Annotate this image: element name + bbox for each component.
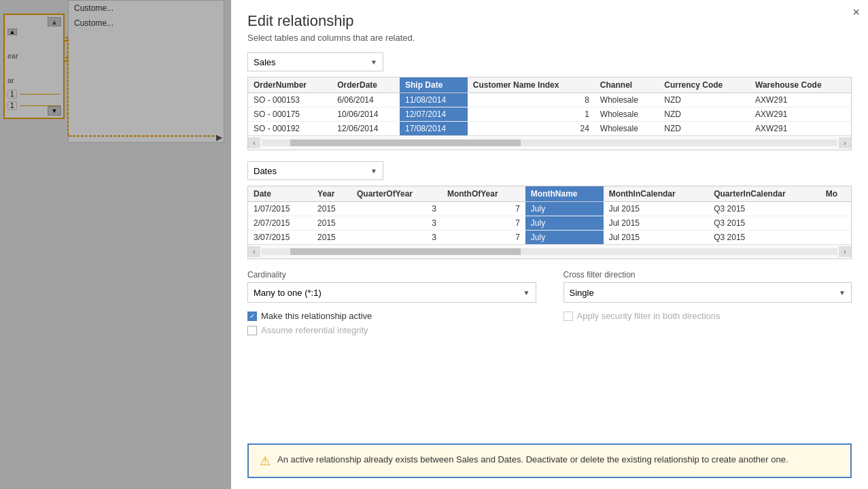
table2: Date Year QuarterOfYear MonthOfYear Mont…: [248, 186, 851, 244]
cell-ordernumber: SO - 000192: [248, 122, 332, 136]
cell-shipdate: 12/07/2014: [400, 107, 468, 122]
cell-ordernumber: SO - 000153: [248, 93, 332, 107]
cell-quarterincalendar: Q3 2015: [708, 216, 820, 231]
security-checkbox: [563, 311, 573, 321]
cell-channel: Wholesale: [595, 107, 659, 122]
col-date: Date: [248, 186, 312, 202]
table1-dropdown-value: Sales: [254, 57, 276, 67]
cell-monthname: July: [525, 202, 604, 216]
table2-dropdown-value: Dates: [254, 166, 277, 176]
crossfilter-dropdown[interactable]: Single ▼: [563, 282, 852, 303]
cell-channel: Wholesale: [595, 122, 659, 136]
cell-year: 2015: [312, 202, 351, 216]
col-monthofyear: MonthOfYear: [442, 186, 525, 202]
table-row: 2/07/2015 2015 3 7 July Jul 2015 Q3 2015: [248, 216, 851, 231]
cardinality-dropdown[interactable]: Many to one (*:1) ▼: [247, 282, 536, 303]
active-checkbox-item[interactable]: ✓ Make this relationship active: [247, 311, 536, 321]
cardinality-arrow: ▼: [523, 289, 530, 297]
cell-ordernumber: SO - 000175: [248, 107, 332, 122]
cell-shipdate: 17/08/2014: [400, 122, 468, 136]
warning-text: An active relationship already exists be…: [277, 453, 788, 467]
referential-checkbox-label: Assume referential integrity: [261, 325, 368, 335]
col-year: Year: [312, 186, 351, 202]
cell-date: 2/07/2015: [248, 216, 312, 231]
col-monthname[interactable]: MonthName: [525, 186, 604, 202]
active-checkbox-label: Make this relationship active: [261, 311, 372, 321]
cardinality-group: Cardinality Many to one (*:1) ▼: [247, 270, 536, 303]
col-warehousecode: Warehouse Code: [750, 78, 851, 93]
cardinality-label: Cardinality: [247, 270, 536, 280]
cell-currencycode: NZD: [659, 122, 750, 136]
cell-warehousecode: AXW291: [750, 122, 851, 136]
crossfilter-label: Cross filter direction: [563, 270, 852, 280]
table1-dropdown-arrow: ▼: [370, 58, 377, 66]
edit-relationship-modal: × Edit relationship Select tables and co…: [231, 0, 868, 489]
table2-dropdown-arrow: ▼: [370, 167, 377, 175]
table1-container: OrderNumber OrderDate Ship Date Customer…: [247, 77, 852, 150]
crossfilter-arrow: ▼: [839, 289, 846, 297]
table-row: SO - 000175 10/06/2014 12/07/2014 1 Whol…: [248, 107, 851, 122]
modal-title: Edit relationship: [231, 0, 868, 33]
cell-monthname: July: [525, 216, 604, 231]
warning-banner: ⚠ An active relationship already exists …: [247, 443, 852, 478]
scroll-track-2[interactable]: [262, 248, 837, 255]
cell-warehousecode: AXW291: [750, 93, 851, 107]
cell-quarterincalendar: Q3 2015: [708, 231, 820, 245]
cell-mo: [820, 202, 851, 216]
security-group: Apply security filter in both directions: [563, 311, 852, 335]
scroll-left-2[interactable]: ‹: [248, 246, 260, 257]
table1-dropdown[interactable]: Sales ▼: [247, 52, 383, 71]
table1-scrollbar[interactable]: ‹ ›: [248, 135, 851, 150]
cell-quarterincalendar: Q3 2015: [708, 202, 820, 216]
cell-monthofyear: 7: [442, 231, 525, 245]
table2-container: Date Year QuarterOfYear MonthOfYear Mont…: [247, 186, 852, 259]
col-monthincalendar: MonthInCalendar: [604, 186, 709, 202]
cell-year: 2015: [312, 216, 351, 231]
cell-monthincalendar: Jul 2015: [604, 202, 709, 216]
cell-channel: Wholesale: [595, 93, 659, 107]
referential-checkbox-item[interactable]: Assume referential integrity: [247, 325, 536, 335]
scroll-thumb-2: [290, 248, 521, 255]
close-button[interactable]: ×: [852, 5, 860, 20]
col-orderdate: OrderDate: [332, 78, 400, 93]
cardinality-value: Many to one (*:1): [254, 288, 322, 298]
modal-subtitle: Select tables and columns that are relat…: [231, 33, 868, 52]
table1: OrderNumber OrderDate Ship Date Customer…: [248, 78, 851, 135]
modal-body: Sales ▼ OrderNumber OrderDate Ship Date …: [231, 52, 868, 438]
col-shipdate[interactable]: Ship Date: [400, 78, 468, 93]
cell-currencycode: NZD: [659, 107, 750, 122]
active-checkbox[interactable]: ✓: [247, 311, 257, 321]
crossfilter-value: Single: [570, 288, 594, 298]
security-checkbox-label: Apply security filter in both directions: [577, 311, 721, 321]
cell-warehousecode: AXW291: [750, 107, 851, 122]
table-row: 1/07/2015 2015 3 7 July Jul 2015 Q3 2015: [248, 202, 851, 216]
cell-mo: [820, 216, 851, 231]
cell-mo: [820, 231, 851, 245]
cell-orderdate: 12/06/2014: [332, 122, 400, 136]
cell-orderdate: 6/06/2014: [332, 93, 400, 107]
scroll-right-2[interactable]: ›: [839, 246, 851, 257]
cell-monthincalendar: Jul 2015: [604, 216, 709, 231]
scroll-left-1[interactable]: ‹: [248, 137, 260, 148]
cell-quarterofyear: 3: [351, 216, 442, 231]
col-ordernumber: OrderNumber: [248, 78, 332, 93]
cell-customernameindex: 24: [468, 122, 595, 136]
cardinality-row: Cardinality Many to one (*:1) ▼ Cross fi…: [247, 270, 852, 303]
col-quarterincalendar: QuarterInCalendar: [708, 186, 820, 202]
cell-quarterofyear: 3: [351, 231, 442, 245]
scroll-right-1[interactable]: ›: [839, 137, 851, 148]
col-channel: Channel: [595, 78, 659, 93]
col-quarterofyear: QuarterOfYear: [351, 186, 442, 202]
cell-currencycode: NZD: [659, 93, 750, 107]
scroll-track-1[interactable]: [262, 139, 837, 146]
col-customernameindex: Customer Name Index: [468, 78, 595, 93]
cell-monthofyear: 7: [442, 202, 525, 216]
scroll-thumb-1: [290, 139, 521, 146]
referential-checkbox[interactable]: [247, 326, 257, 335]
table-row: SO - 000153 6/06/2014 11/08/2014 8 Whole…: [248, 93, 851, 107]
table2-dropdown[interactable]: Dates ▼: [247, 161, 383, 180]
crossfilter-group: Cross filter direction Single ▼: [563, 270, 852, 303]
table2-scrollbar[interactable]: ‹ ›: [248, 244, 851, 258]
warning-icon: ⚠: [260, 454, 271, 469]
cell-quarterofyear: 3: [351, 202, 442, 216]
